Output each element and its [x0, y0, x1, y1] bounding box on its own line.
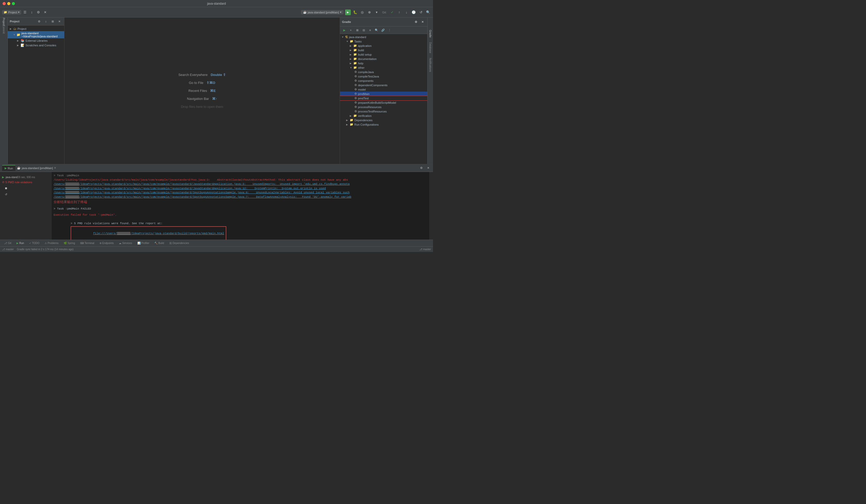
- history-icon[interactable]: 🕐: [411, 10, 417, 15]
- gradle-item-application[interactable]: ▶ 📁 application: [340, 44, 428, 48]
- search-everywhere-icon[interactable]: 🔍: [425, 10, 431, 15]
- tree-item-external-libs[interactable]: ▶ 📚 External Libraries: [8, 38, 64, 43]
- rollback-icon[interactable]: ↺: [418, 10, 424, 15]
- structure-icon[interactable]: ☰: [22, 10, 28, 15]
- minimize-button[interactable]: [7, 2, 10, 5]
- run-button[interactable]: ▶: [345, 10, 351, 15]
- output-line-3[interactable]: /Users/ /IdeaProjects/java-standard/src/…: [54, 186, 428, 191]
- gradle-item-pmdmain[interactable]: ⚙ pmdMain: [340, 92, 428, 96]
- gradle-item-preparekotlin[interactable]: ⚙ prepareKotlinBuildScriptModel: [340, 100, 428, 105]
- gradle-item-processtestresources[interactable]: ⚙ processTestResources: [340, 109, 428, 114]
- gradle-item-other[interactable]: ▼ 📁 other: [340, 65, 428, 70]
- btab-problems[interactable]: ⚠ Problems: [43, 241, 60, 245]
- right-tab-database[interactable]: Database: [428, 40, 432, 55]
- run-play-icon[interactable]: ▶: [2, 175, 4, 179]
- run-config-tab[interactable]: ☕ java-standard [pmdMain] ✕: [17, 166, 56, 170]
- gradle-add-icon[interactable]: +: [348, 27, 354, 33]
- btab-services[interactable]: ☁ Services: [117, 241, 134, 245]
- gradle-link-icon[interactable]: 🔗: [380, 27, 386, 33]
- tree-item-scratches[interactable]: ▶ 📝 Scratches and Consoles: [8, 43, 64, 48]
- task-icon-processtestresources: ⚙: [354, 110, 357, 113]
- btab-spring[interactable]: 🌿 Spring: [62, 241, 77, 245]
- btab-git[interactable]: ⎇ Git: [2, 241, 13, 245]
- git-push-icon[interactable]: ↑: [397, 10, 402, 15]
- panel-sort-icon[interactable]: ↕: [43, 19, 49, 24]
- gradle-item-tasks[interactable]: ▼ 📁 Tasks: [340, 39, 428, 44]
- gradle-item-compiletestjava[interactable]: ⚙ compileTestJava: [340, 74, 428, 79]
- close-button[interactable]: [3, 2, 5, 5]
- sidebar-item-commit[interactable]: Commit: [1, 26, 7, 32]
- gradle-item-components[interactable]: ⚙ components: [340, 79, 428, 83]
- gradle-item-build-setup[interactable]: ▶ 📁 build setup: [340, 52, 428, 57]
- window-controls[interactable]: [3, 2, 15, 5]
- gradle-more-icon[interactable]: ⋮: [387, 27, 392, 33]
- profile-button[interactable]: ⊕: [367, 10, 373, 15]
- project-menu[interactable]: 📁 Project ▾: [2, 10, 21, 14]
- right-tab-notifications[interactable]: Notifications: [428, 56, 432, 74]
- bottom-settings-icon[interactable]: ⚙: [419, 165, 424, 171]
- panel-expand-icon[interactable]: ⊞: [50, 19, 55, 24]
- gradle-item-build[interactable]: ▶ 📁 build: [340, 48, 428, 52]
- settings-icon[interactable]: ⚙: [36, 10, 41, 15]
- gradle-arrow-run-configs: ▶: [346, 123, 349, 126]
- btab-endpoints[interactable]: ⊕ Endpoints: [98, 241, 116, 245]
- gradle-search-icon[interactable]: 🔍: [374, 27, 379, 33]
- output-line-2[interactable]: /Users/ /IdeaProjects/java-standard/src/…: [54, 182, 428, 186]
- sidebar-item-project[interactable]: Project: [1, 19, 7, 25]
- tree-item-java-standard[interactable]: ▼ 📁 java-standard ~/IdeaProjects/java-st…: [8, 31, 64, 38]
- git-pull-icon[interactable]: ↓: [403, 10, 409, 15]
- gradle-run-icon[interactable]: ▶: [342, 27, 347, 33]
- gradle-close-icon[interactable]: ✕: [420, 19, 425, 25]
- gradle-item-compilejava[interactable]: ⚙ compileJava: [340, 70, 428, 74]
- tree-item-project[interactable]: ▶ 🗂 Project: [8, 26, 64, 31]
- run-config-dropdown[interactable]: ☕ java-standard [pmdMain] ▾: [301, 10, 344, 14]
- gradle-item-help[interactable]: ▶ 📁 help: [340, 61, 428, 65]
- tab-run[interactable]: ▶ Run: [2, 165, 15, 171]
- btab-run-label: Run: [19, 242, 24, 244]
- panel-settings-icon[interactable]: ⚙: [36, 19, 42, 24]
- gradle-item-processresources[interactable]: ⚙ processResources: [340, 105, 428, 109]
- bottom-close-icon[interactable]: ✕: [425, 165, 431, 171]
- gradle-item-dependencies[interactable]: ▶ 📁 Dependencies: [340, 118, 428, 122]
- git-check-icon[interactable]: ✓: [389, 10, 395, 15]
- maximize-button[interactable]: [12, 2, 15, 5]
- debug-button[interactable]: 🐛: [352, 10, 358, 15]
- right-tab-gradle[interactable]: Gradle: [428, 28, 432, 39]
- gradle-item-pmdtest[interactable]: ⚙ pmdTest: [340, 96, 428, 100]
- git-branch-label[interactable]: ⎇ master: [2, 248, 14, 251]
- report-link[interactable]: file:///Users/ /IdeaProjects/java-standa…: [93, 232, 224, 235]
- gradle-item-documentation[interactable]: ▶ 📁 documentation: [340, 57, 428, 61]
- gradle-item-model[interactable]: ⚙ model: [340, 87, 428, 92]
- btab-profiler[interactable]: 📊 Profiler: [135, 241, 152, 245]
- run-tab-label: Run: [8, 167, 13, 170]
- output-line-5[interactable]: /Users/ /IdeaProjects/java-standard/src/…: [54, 195, 428, 199]
- close-panel-icon[interactable]: ✕: [42, 10, 48, 15]
- gradle-header: Gradle ⚙ ✕: [340, 18, 428, 26]
- gradle-item-run-configs[interactable]: ▶ 📁 Run Configurations: [340, 122, 428, 127]
- output-line-4[interactable]: /Users/ /IdeaProjects/java-standard/src/…: [54, 191, 428, 195]
- run-tab-close[interactable]: ✕: [54, 166, 56, 170]
- panel-close-icon[interactable]: ✕: [56, 19, 62, 24]
- coverage-button[interactable]: ◎: [359, 10, 365, 15]
- rerun-button[interactable]: ↺: [3, 192, 9, 197]
- gradle-label-run-configs: Run Configurations: [354, 123, 379, 126]
- gradle-label-verification: verification: [358, 114, 372, 117]
- gradle-item-verification[interactable]: ▶ 📁 verification: [340, 114, 428, 118]
- btab-build[interactable]: 🔨 Build: [152, 241, 166, 245]
- gradle-list-icon[interactable]: ≡: [367, 27, 373, 33]
- more-run-icon[interactable]: ▾: [374, 10, 380, 15]
- gradle-expand-icon[interactable]: ⊞: [354, 27, 360, 33]
- gradle-settings-icon[interactable]: ⚙: [413, 19, 419, 25]
- gradle-item-root[interactable]: ▼ 🏗 java-standard: [340, 35, 428, 39]
- console-scrollbar[interactable]: [430, 172, 433, 240]
- btab-run[interactable]: ▶ Run: [14, 241, 26, 245]
- btab-terminal[interactable]: ⌨ Terminal: [78, 241, 96, 245]
- output-line-1: /Users/liubing/IdeaProjects/java-standar…: [54, 178, 428, 182]
- problems-icon: ⚠: [45, 242, 47, 244]
- btab-todo[interactable]: ✓ TODO: [27, 241, 42, 245]
- sort-icon[interactable]: ↕: [29, 10, 34, 15]
- btab-dependencies[interactable]: ⛓ Dependencies: [167, 241, 191, 245]
- gradle-collapse-icon[interactable]: ⊟: [361, 27, 366, 33]
- gradle-item-dependentcomponents[interactable]: ⚙ dependentComponents: [340, 83, 428, 87]
- stop-button[interactable]: ⏹: [3, 185, 9, 191]
